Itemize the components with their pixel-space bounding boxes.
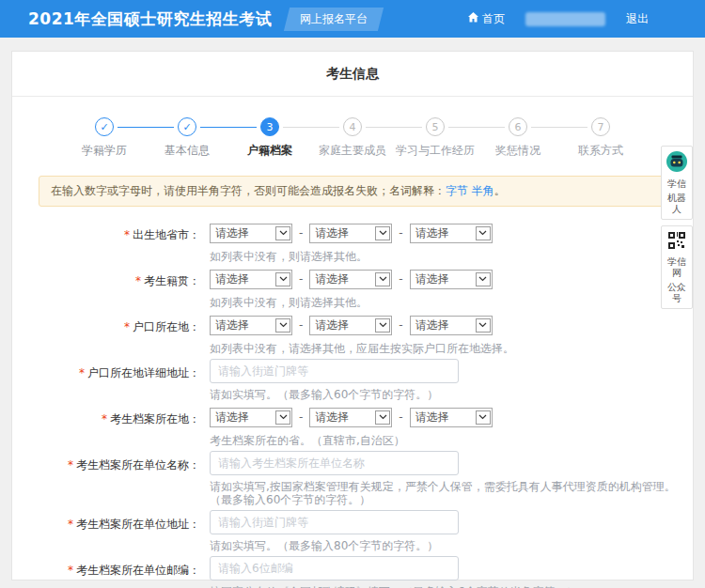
birthplace-label: 出生地省市： [133,228,200,241]
side-widgets: 学信 机器人 学信网 公众号 [661,146,693,309]
required-asterisk: * [135,274,141,287]
home-link-label: 首页 [482,11,505,27]
form-row-archive-unit-address: *考生档案所在单位地址： 请如实填写。（最多输入80个字节的字符。） [12,511,693,552]
household-archive-form: *出生地省市： 请选择 - 请选择 - 请选择 如列表中没有，则请选择其他。 *… [12,222,693,588]
chevron-down-icon [476,226,491,240]
chevron-down-icon [275,272,290,286]
household-city-select[interactable]: 请选择 [309,316,392,335]
app-title: 2021年全国硕士研究生招生考试 [28,8,272,30]
step-check-icon: ✓ [178,117,196,136]
household-address-input[interactable] [210,359,459,383]
step-number: 4 [343,117,362,136]
dash-separator: - [299,410,303,424]
step-label: 户籍档案 [247,143,292,159]
page-title: 考生信息 [12,52,693,97]
dash-separator: - [299,272,303,286]
wechat-widget-label-line1: 学信网 [664,256,690,279]
robot-widget-label-line2: 机器人 [664,193,690,215]
step-label: 奖惩情况 [495,143,540,159]
chevron-down-icon [375,318,390,333]
wechat-widget-label-line2: 公众号 [664,282,690,304]
home-link[interactable]: 首页 [468,11,505,27]
dash-separator: - [399,272,402,286]
step-label: 学习与工作经历 [396,143,475,159]
archive-unit-address-input[interactable] [210,510,459,534]
household-address-help: 请如实填写。（最多输入60个字节的字符。） [210,388,693,401]
household-location-label: 户口所在地： [133,320,200,333]
robot-avatar-icon [666,158,687,176]
platform-badge: 网上报名平台 [284,8,384,31]
household-address-label: 户口所在地详细地址： [87,366,200,379]
halfwidth-notice: 在输入数字或字母时，请使用半角字符，否则可能会造成报名失败；名词解释：字节 半角… [39,176,666,207]
robot-widget-label-line1: 学信 [664,178,690,190]
required-asterisk: * [124,228,130,241]
step-label: 联系方式 [578,143,623,159]
form-row-birthplace: *出生地省市： 请选择 - 请选择 - 请选择 如列表中没有，则请选择其他。 [12,222,693,263]
chevron-down-icon [275,410,290,425]
archive-province-select[interactable]: 请选择 [210,408,292,427]
required-asterisk: * [68,564,73,577]
archive-unit-name-label: 考生档案所在单位名称： [76,458,200,472]
logout-link[interactable]: 退出 [626,11,649,27]
archive-unit-address-label: 考生档案所在单位地址： [76,518,200,531]
chevron-down-icon [275,226,290,240]
username-redacted[interactable] [525,12,605,26]
archive-unit-address-help: 请如实填写。（最多输入80个字节的字符。） [210,539,693,552]
required-asterisk: * [68,518,73,531]
native-place-province-select[interactable]: 请选择 [210,270,292,289]
platform-badge-label: 网上报名平台 [300,11,368,27]
native-place-label: 考生籍贯： [144,274,200,287]
app-header: 2021年全国硕士研究生招生考试 网上报名平台 首页 退出 [0,0,705,38]
form-row-archive-unit-zipcode: *考生档案所在单位邮编： 按国家公布的《全国邮政编码》填写。（最多输入6个字节的… [12,557,693,588]
notice-text: 在输入数字或字母时，请使用半角字符，否则可能会造成报名失败；名词解释： [51,184,446,197]
household-location-help: 如列表中没有，请选择其他，应届生按实际户口所在地选择。 [210,342,693,355]
chevron-down-icon [375,226,390,240]
native-place-city-select[interactable]: 请选择 [309,270,392,289]
archive-unit-name-help: 请如实填写,按国家档案管理有关规定，严禁个人保管，需委托具有人事代理资质的机构管… [210,480,693,506]
household-province-select[interactable]: 请选择 [210,316,292,335]
step-item-family-members: 4 家庭主要成员 [311,117,394,159]
step-item-basic-info: ✓ 基本信息 [146,117,228,159]
archive-district-select[interactable]: 请选择 [410,408,493,427]
dash-separator: - [399,410,402,424]
household-district-select[interactable]: 请选择 [410,316,493,335]
step-item-xueji-xueli: ✓ 学籍学历 [63,117,146,159]
archive-unit-zipcode-label: 考生档案所在单位邮编： [76,564,200,577]
form-row-native-place: *考生籍贯： 请选择 - 请选择 - 请选择 如列表中没有，则请选择其他。 [12,268,693,309]
form-row-household-location: *户口所在地： 请选择 - 请选择 - 请选择 如列表中没有，请选择其他，应届生… [12,314,693,355]
candidate-info-card: 考生信息 ✓ 学籍学历 ✓ 基本信息 3 户籍档案 4 家庭主要成员 5 学习与… [11,51,694,580]
step-label: 学籍学历 [82,143,127,159]
home-icon [468,12,478,25]
archive-city-select[interactable]: 请选择 [309,408,392,427]
halfwidth-term-link[interactable]: 半角 [472,184,494,197]
byte-term-link[interactable]: 字节 [446,184,468,197]
archive-location-help: 考生档案所在的省。（直辖市,自治区） [210,434,693,447]
step-label: 基本信息 [164,143,210,159]
form-row-archive-unit-name: *考生档案所在单位名称： 请如实填写,按国家档案管理有关规定，严禁个人保管，需委… [12,452,693,506]
step-number: 3 [260,117,279,136]
dash-separator: - [399,226,402,240]
step-item-household-archive: 3 户籍档案 [228,117,311,159]
notice-suffix: 。 [494,184,506,197]
chevron-down-icon [275,318,290,333]
dash-separator: - [299,226,303,240]
birthplace-province-select[interactable]: 请选择 [210,224,292,243]
required-asterisk: * [79,366,85,379]
step-item-study-work: 5 学习与工作经历 [394,117,477,159]
birthplace-city-select[interactable]: 请选择 [309,224,392,243]
page: 2021年全国硕士研究生招生考试 网上报名平台 首页 退出 考生信息 ✓ 学籍学… [0,0,705,588]
required-asterisk: * [102,412,107,426]
archive-unit-name-input[interactable] [210,451,459,475]
archive-unit-zipcode-input[interactable] [210,556,459,580]
dash-separator: - [399,318,402,332]
native-place-district-select[interactable]: 请选择 [410,270,493,289]
required-asterisk: * [124,320,130,333]
archive-location-label: 考生档案所在地： [110,412,200,426]
chsi-wechat-widget[interactable]: 学信网 公众号 [661,225,693,309]
step-check-icon: ✓ [95,117,114,136]
birthplace-help: 如列表中没有，则请选择其他。 [210,250,693,263]
birthplace-district-select[interactable]: 请选择 [410,224,493,243]
logout-link-label: 退出 [626,11,649,27]
chsi-robot-widget[interactable]: 学信 机器人 [661,146,693,220]
required-asterisk: * [68,458,73,472]
